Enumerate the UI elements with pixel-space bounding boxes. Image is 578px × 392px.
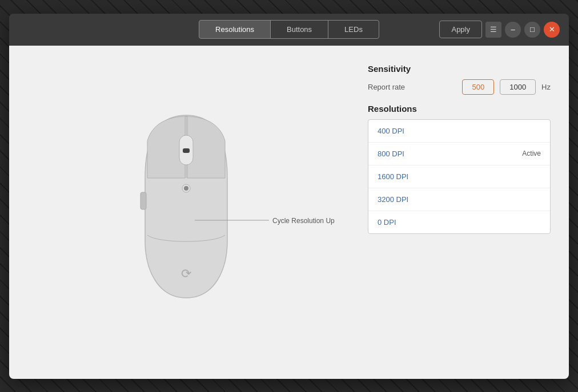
resolutions-section: Resolutions 400 DPI 800 DPI Active 1600 … <box>368 104 551 365</box>
titlebar-controls: Apply ☰ – □ ✕ <box>439 21 560 38</box>
resolution-item-0[interactable]: 0 DPI <box>368 211 550 233</box>
mouse-diagram-area: ⟳ Cycle Resolution Up <box>27 59 368 365</box>
resolution-item-400[interactable]: 400 DPI <box>368 120 550 143</box>
content-area: ⟳ Cycle Resolution Up Sensitivity <box>9 46 569 379</box>
menu-button[interactable]: ☰ <box>485 22 501 38</box>
mouse-diagram: ⟳ Cycle Resolution Up <box>135 104 260 321</box>
mouse-svg: ⟳ <box>135 104 238 309</box>
callout-line-svg <box>195 220 269 221</box>
resolution-label-0: 0 DPI <box>378 218 396 227</box>
menu-icon: ☰ <box>490 25 497 34</box>
resolutions-title: Resolutions <box>368 104 551 114</box>
maximize-button[interactable]: □ <box>524 22 540 38</box>
rate-unit: Hz <box>541 83 551 91</box>
tab-group: Resolutions Buttons LEDs <box>199 20 379 39</box>
resolution-item-800[interactable]: 800 DPI Active <box>368 143 550 165</box>
tab-resolutions[interactable]: Resolutions <box>199 21 271 38</box>
sensitivity-title: Sensitivity <box>368 64 551 74</box>
rate-1000-button[interactable]: 1000 <box>500 79 536 95</box>
maximize-icon: □ <box>530 25 535 34</box>
report-rate-label: Report rate <box>368 83 456 91</box>
rate-500-button[interactable]: 500 <box>462 79 494 95</box>
report-rate-row: Report rate 500 1000 Hz <box>368 79 551 95</box>
resolution-label-1600: 1600 DPI <box>378 172 408 181</box>
active-badge-800: Active <box>522 149 541 157</box>
tab-leds[interactable]: LEDs <box>328 21 379 38</box>
apply-button[interactable]: Apply <box>439 21 482 38</box>
minimize-button[interactable]: – <box>505 22 521 38</box>
svg-rect-3 <box>141 192 146 209</box>
main-window: Resolutions Buttons LEDs Apply ☰ – □ ✕ <box>9 14 569 379</box>
resolution-label-3200: 3200 DPI <box>378 195 408 204</box>
tab-buttons[interactable]: Buttons <box>271 21 328 38</box>
resolution-label-400: 400 DPI <box>378 127 404 135</box>
svg-rect-2 <box>183 148 190 153</box>
resolution-label-800: 800 DPI <box>378 149 404 158</box>
close-icon: ✕ <box>549 25 555 34</box>
resolution-item-3200[interactable]: 3200 DPI <box>368 188 550 211</box>
right-panel: Sensitivity Report rate 500 1000 Hz Reso… <box>368 59 551 365</box>
callout-label: Cycle Resolution Up <box>272 217 335 225</box>
resolutions-list: 400 DPI 800 DPI Active 1600 DPI 3200 DPI… <box>368 119 551 234</box>
close-button[interactable]: ✕ <box>544 22 560 38</box>
sensitivity-section: Sensitivity Report rate 500 1000 Hz <box>368 64 551 95</box>
callout-container: Cycle Resolution Up <box>195 217 335 225</box>
resolution-item-1600[interactable]: 1600 DPI <box>368 165 550 188</box>
titlebar: Resolutions Buttons LEDs Apply ☰ – □ ✕ <box>9 14 569 46</box>
svg-text:⟳: ⟳ <box>181 266 191 281</box>
minimize-icon: – <box>511 25 515 34</box>
svg-point-6 <box>184 186 188 191</box>
